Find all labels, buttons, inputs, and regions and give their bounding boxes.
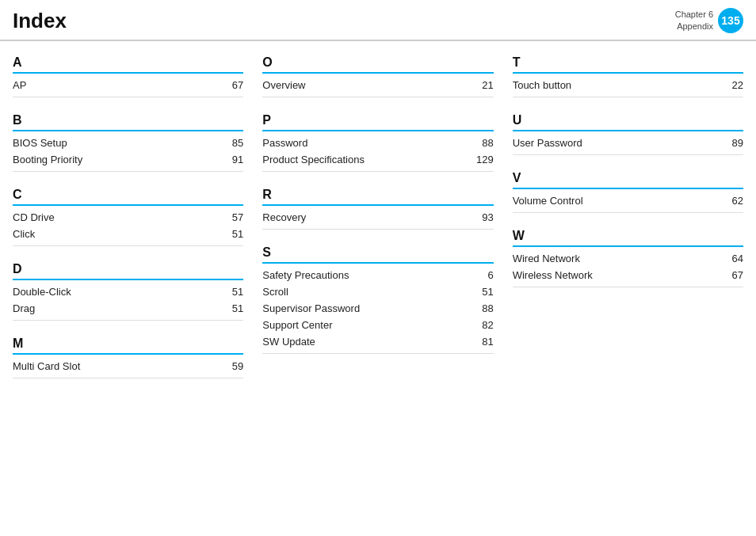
entry-name: Scroll [262, 286, 288, 298]
section-gap [262, 175, 493, 188]
section-U: UUser Password89 [513, 113, 743, 155]
section-O: OOverview21 [262, 55, 493, 97]
section-letter-U: U [513, 113, 743, 131]
section-letter-C: C [13, 188, 243, 206]
entry-name: Booting Priority [13, 154, 82, 165]
entry-page: 21 [472, 79, 494, 91]
index-entry: Volume Control62 [513, 192, 743, 209]
section-letter-V: V [513, 171, 743, 189]
entry-name: CD Drive [13, 211, 55, 223]
entry-page: 89 [721, 137, 743, 149]
header-right: Chapter 6 Appendix 135 [675, 8, 743, 33]
index-content: AAP67BBIOS Setup85Booting Priority91CCD … [0, 41, 756, 394]
entry-page: 64 [721, 253, 743, 264]
entry-name: Volume Control [513, 195, 583, 207]
index-entry: Recovery93 [262, 209, 493, 226]
index-entry: BIOS Setup85 [13, 135, 243, 151]
entry-name: User Password [513, 137, 582, 149]
entry-name: Support Center [262, 319, 332, 331]
page-header: Index Chapter 6 Appendix 135 [0, 0, 756, 41]
index-entry: AP67 [13, 77, 243, 93]
section-R: RRecovery93 [262, 188, 493, 230]
section-letter-M: M [13, 336, 243, 355]
entry-name: Wireless Network [513, 269, 593, 281]
entry-name: Touch button [513, 79, 571, 91]
entry-name: Double-Click [13, 286, 71, 298]
section-gap [13, 249, 243, 262]
section-gap [13, 175, 243, 188]
index-entry: Password88 [262, 135, 493, 151]
entry-name: Password [262, 137, 307, 149]
entry-page: 62 [721, 195, 743, 207]
entry-page: 93 [472, 211, 494, 223]
index-entry: Scroll51 [262, 283, 493, 300]
section-gap [262, 101, 493, 113]
section-gap [13, 324, 243, 336]
entry-page: 51 [221, 228, 243, 240]
section-B: BBIOS Setup85Booting Priority91 [13, 113, 243, 172]
entry-page: 91 [221, 154, 243, 165]
section-W: WWired Network64Wireless Network67 [513, 229, 743, 287]
entry-name: Multi Card Slot [13, 360, 80, 372]
entry-name: Recovery [262, 211, 306, 223]
index-entry: User Password89 [513, 135, 743, 151]
index-entry: Drag51 [13, 300, 243, 317]
page-title: Index [13, 9, 67, 33]
index-entry: Wired Network64 [513, 250, 743, 267]
index-entry: CD Drive57 [13, 209, 243, 226]
section-T: TTouch button22 [513, 55, 743, 97]
section-V: VVolume Control62 [513, 171, 743, 213]
entry-page: 22 [721, 79, 743, 91]
section-letter-D: D [13, 262, 243, 280]
entry-name: BIOS Setup [13, 137, 67, 149]
section-letter-O: O [262, 55, 493, 74]
section-letter-T: T [513, 55, 743, 74]
entry-name: Overview [262, 79, 305, 91]
index-entry: Multi Card Slot59 [13, 358, 243, 374]
section-A: AAP67 [13, 55, 243, 97]
entry-name: SW Update [262, 336, 315, 348]
entry-page: 67 [721, 269, 743, 281]
index-entry: Safety Precautions6 [262, 267, 493, 283]
entry-name: Click [13, 228, 35, 240]
chapter-label: Chapter 6 Appendix [675, 9, 713, 33]
index-entry: Click51 [13, 226, 243, 242]
section-P: PPassword88Product Specifications129 [262, 113, 493, 172]
entry-page: 51 [221, 302, 243, 314]
index-entry: Product Specifications129 [262, 151, 493, 168]
section-D: DDouble-Click51Drag51 [13, 262, 243, 321]
index-entry: Wireless Network67 [513, 267, 743, 283]
section-S: SSafety Precautions6Scroll51Supervisor P… [262, 245, 493, 354]
index-entry: Overview21 [262, 77, 493, 93]
entry-name: Safety Precautions [262, 269, 349, 281]
section-letter-B: B [13, 113, 243, 131]
section-letter-W: W [513, 229, 743, 247]
index-entry: Support Center82 [262, 317, 493, 333]
index-column-0: AAP67BBIOS Setup85Booting Priority91CCD … [13, 55, 262, 382]
index-entry: SW Update81 [262, 333, 493, 350]
entry-page: 51 [472, 286, 494, 298]
section-letter-P: P [262, 113, 493, 131]
entry-page: 85 [221, 137, 243, 149]
index-column-2: TTouch button22UUser Password89VVolume C… [513, 55, 743, 382]
page-badge: 135 [718, 8, 743, 33]
entry-page: 57 [221, 211, 243, 223]
entry-page: 6 [472, 269, 494, 281]
index-entry: Booting Priority91 [13, 151, 243, 168]
entry-name: Supervisor Password [262, 302, 360, 314]
entry-name: Drag [13, 302, 35, 314]
entry-page: 67 [221, 79, 243, 91]
section-gap [262, 233, 493, 245]
section-letter-R: R [262, 188, 493, 206]
entry-name: Wired Network [513, 253, 580, 264]
section-letter-A: A [13, 55, 243, 74]
entry-page: 88 [472, 302, 494, 314]
entry-name: AP [13, 79, 26, 91]
index-column-1: OOverview21PPassword88Product Specificat… [262, 55, 512, 382]
section-M: MMulti Card Slot59 [13, 336, 243, 378]
index-entry: Touch button22 [513, 77, 743, 93]
entry-name: Product Specifications [262, 154, 365, 165]
entry-page: 82 [472, 319, 494, 331]
entry-page: 59 [221, 360, 243, 372]
index-entry: Double-Click51 [13, 283, 243, 300]
